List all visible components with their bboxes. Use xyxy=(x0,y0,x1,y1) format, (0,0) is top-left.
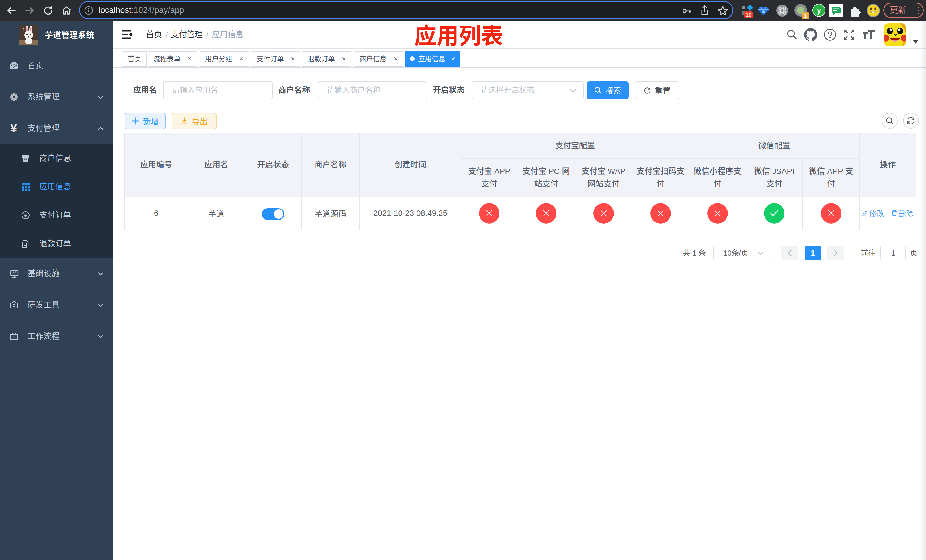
svg-text:y: y xyxy=(817,6,821,15)
svg-text:¥: ¥ xyxy=(24,213,27,218)
svg-text:10: 10 xyxy=(746,12,752,18)
svg-text:1: 1 xyxy=(804,12,807,19)
